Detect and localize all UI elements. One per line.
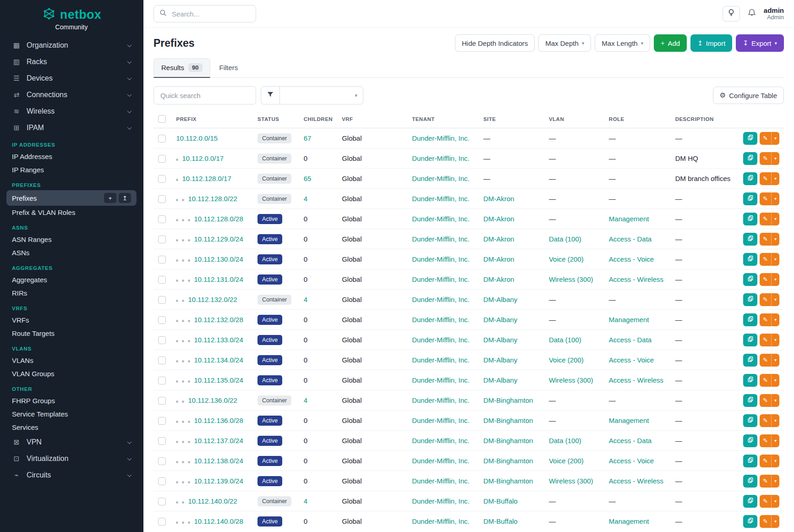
clone-button[interactable]	[743, 414, 757, 427]
tenant-link[interactable]: Dunder-Mifflin, Inc.	[412, 296, 470, 303]
sidebar-item-racks[interactable]: ▥Racks	[6, 54, 137, 70]
clone-button[interactable]	[743, 172, 757, 185]
sidebar-item-circuits[interactable]: ⌁Circuits	[6, 467, 137, 483]
clone-button[interactable]	[743, 253, 757, 266]
prefix-link[interactable]: 10.112.128.0/28	[194, 215, 243, 223]
sidebar-item-wireless[interactable]: ≋Wireless	[6, 103, 137, 120]
prefix-link[interactable]: 10.112.132.0/22	[188, 296, 237, 303]
tenant-link[interactable]: Dunder-Mifflin, Inc.	[412, 457, 470, 465]
quick-search[interactable]	[153, 86, 256, 104]
vlan-link[interactable]: Data (100)	[549, 437, 581, 444]
row-checkbox[interactable]	[158, 356, 166, 364]
clone-button[interactable]	[743, 273, 757, 286]
row-checkbox[interactable]	[158, 397, 166, 405]
tenant-link[interactable]: Dunder-Mifflin, Inc.	[412, 316, 470, 324]
edit-dropdown-button[interactable]: ✎▾	[760, 455, 779, 467]
role-link[interactable]: Management	[609, 417, 649, 424]
clone-button[interactable]	[743, 293, 757, 306]
prefix-link[interactable]: 10.112.140.0/28	[194, 517, 243, 525]
role-link[interactable]: Management	[609, 316, 649, 324]
edit-dropdown-button[interactable]: ✎▾	[760, 293, 779, 306]
vlan-link[interactable]: Data (100)	[549, 336, 581, 344]
clone-button[interactable]	[743, 192, 757, 205]
row-checkbox[interactable]	[158, 477, 166, 485]
edit-dropdown-button[interactable]: ✎▾	[760, 233, 779, 246]
tenant-link[interactable]: Dunder-Mifflin, Inc.	[412, 336, 470, 344]
site-link[interactable]: DM-Akron	[483, 195, 515, 203]
row-checkbox[interactable]	[158, 155, 166, 163]
clone-button[interactable]	[743, 213, 757, 225]
sidebar-item-rirs[interactable]: RIRs	[6, 286, 137, 300]
clone-button[interactable]	[743, 152, 757, 165]
filter-select[interactable]: ▾	[280, 86, 363, 104]
edit-dropdown-button[interactable]: ✎▾	[760, 394, 779, 407]
sidebar-item-ip-addresses[interactable]: IP Addresses	[6, 150, 137, 163]
clone-button[interactable]	[743, 475, 757, 488]
sidebar-item-prefix-vlan-roles[interactable]: Prefix & VLAN Roles	[6, 206, 137, 219]
export-dropdown[interactable]: ↧ Export ▾	[736, 34, 784, 52]
site-link[interactable]: DM-Akron	[483, 235, 515, 243]
site-link[interactable]: DM-Albany	[483, 356, 517, 364]
site-link[interactable]: DM-Binghamton	[483, 457, 533, 465]
edit-dropdown-button[interactable]: ✎▾	[760, 213, 779, 225]
vlan-link[interactable]: Wireless (300)	[549, 477, 593, 485]
prefix-link[interactable]: 10.112.140.0/22	[188, 497, 237, 505]
tenant-link[interactable]: Dunder-Mifflin, Inc.	[412, 356, 470, 364]
add-prefix-button[interactable]: +	[104, 193, 116, 203]
role-link[interactable]: Access - Data	[609, 235, 652, 243]
sidebar-item-service-templates[interactable]: Service Templates	[6, 407, 137, 421]
site-link[interactable]: DM-Akron	[483, 255, 515, 263]
sidebar-item-vpn[interactable]: ⊠VPN	[6, 434, 137, 450]
site-link[interactable]: DM-Buffalo	[483, 517, 518, 525]
search-input[interactable]	[171, 10, 250, 18]
prefix-link[interactable]: 10.112.134.0/24	[194, 356, 243, 364]
role-link[interactable]: Access - Voice	[609, 457, 654, 465]
row-checkbox[interactable]	[158, 195, 166, 203]
edit-dropdown-button[interactable]: ✎▾	[760, 434, 779, 447]
filter-button[interactable]	[261, 86, 280, 104]
prefix-link[interactable]: 10.112.138.0/24	[194, 457, 243, 465]
tenant-link[interactable]: Dunder-Mifflin, Inc.	[412, 517, 470, 525]
sidebar-item-services[interactable]: Services	[6, 421, 137, 434]
role-link[interactable]: Access - Data	[609, 336, 652, 344]
prefix-link[interactable]: 10.112.128.0/17	[182, 175, 231, 182]
site-link[interactable]: DM-Albany	[483, 296, 517, 303]
tenant-link[interactable]: Dunder-Mifflin, Inc.	[412, 417, 470, 424]
role-link[interactable]: Access - Wireless	[609, 376, 663, 384]
add-button[interactable]: + Add	[654, 34, 687, 52]
clone-button[interactable]	[743, 434, 757, 447]
edit-dropdown-button[interactable]: ✎▾	[760, 152, 779, 165]
vlan-link[interactable]: Voice (200)	[549, 255, 584, 263]
site-link[interactable]: DM-Binghamton	[483, 477, 533, 485]
site-link[interactable]: DM-Albany	[483, 336, 517, 344]
tab-results[interactable]: Results 90	[153, 58, 210, 78]
global-search[interactable]	[153, 5, 256, 22]
edit-dropdown-button[interactable]: ✎▾	[760, 515, 779, 528]
clone-button[interactable]	[743, 354, 757, 367]
prefix-link[interactable]: 10.112.136.0/28	[194, 417, 243, 424]
sidebar-item-vlan-groups[interactable]: VLAN Groups	[6, 367, 137, 380]
edit-dropdown-button[interactable]: ✎▾	[760, 192, 779, 205]
sidebar-item-ip-ranges[interactable]: IP Ranges	[6, 163, 137, 176]
clone-button[interactable]	[743, 313, 757, 326]
sidebar-item-devices[interactable]: ☰Devices	[6, 70, 137, 87]
clone-button[interactable]	[743, 233, 757, 246]
tenant-link[interactable]: Dunder-Mifflin, Inc.	[412, 497, 470, 505]
clone-button[interactable]	[743, 334, 757, 346]
row-checkbox[interactable]	[158, 498, 166, 505]
prefix-link[interactable]: 10.112.135.0/24	[194, 376, 243, 384]
clone-button[interactable]	[743, 374, 757, 387]
sidebar-item-prefixes[interactable]: Prefixes+↥	[6, 190, 137, 206]
tenant-link[interactable]: Dunder-Mifflin, Inc.	[412, 154, 470, 162]
row-checkbox[interactable]	[158, 215, 166, 223]
edit-dropdown-button[interactable]: ✎▾	[760, 354, 779, 367]
row-checkbox[interactable]	[158, 457, 166, 465]
sidebar-item-organization[interactable]: ▦Organization	[6, 37, 137, 54]
vlan-link[interactable]: Wireless (300)	[549, 275, 593, 283]
row-checkbox[interactable]	[158, 135, 166, 143]
tenant-link[interactable]: Dunder-Mifflin, Inc.	[412, 235, 470, 243]
role-link[interactable]: Access - Voice	[609, 356, 654, 364]
tab-filters[interactable]: Filters	[212, 58, 246, 78]
prefix-link[interactable]: 10.112.131.0/24	[194, 275, 243, 283]
role-link[interactable]: Access - Wireless	[609, 275, 663, 283]
